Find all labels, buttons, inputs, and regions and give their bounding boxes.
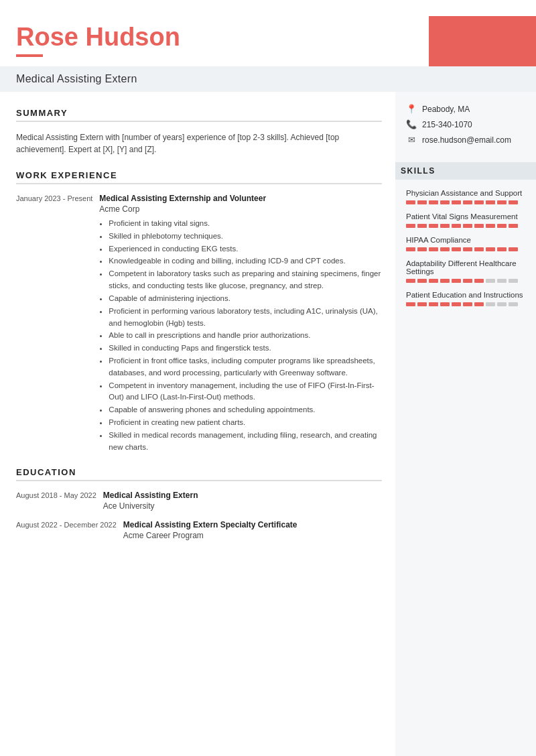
- work-bullet-item: Able to call in prescriptions and handle…: [109, 330, 382, 342]
- edu-school-0: Ace University: [103, 501, 382, 511]
- skill-bar-empty: [486, 279, 495, 283]
- work-bullet-item: Skilled in phlebotomy techniques.: [109, 231, 382, 243]
- edu-entry-0: August 2018 - May 2022 Medical Assisting…: [16, 491, 382, 511]
- skill-bar-filled: [406, 247, 415, 251]
- skill-bar-filled: [463, 302, 472, 306]
- skill-bar: [406, 302, 525, 306]
- skill-bar-filled: [429, 279, 438, 283]
- edu-school-1: Acme Career Program: [123, 531, 382, 540]
- edu-degree-0: Medical Assisting Extern: [103, 491, 382, 500]
- skill-name: Physician Assistance and Support: [406, 189, 525, 197]
- subtitle-bar: Medical Assisting Extern: [0, 66, 536, 92]
- skill-bar-filled: [429, 224, 438, 228]
- skill-bar-filled: [509, 247, 518, 251]
- skill-bar-filled: [486, 200, 495, 204]
- skill-bar: [406, 224, 525, 228]
- skill-bar: [406, 200, 525, 204]
- work-experience-section: WORK EXPERIENCE January 2023 - Present M…: [16, 170, 382, 454]
- main-content: SUMMARY Medical Assisting Extern with [n…: [0, 92, 536, 756]
- skill-bar-filled: [417, 224, 427, 228]
- skill-bar-empty: [486, 302, 495, 306]
- skill-bar-empty: [509, 279, 518, 283]
- skill-bar-filled: [452, 200, 461, 204]
- summary-heading: SUMMARY: [16, 108, 382, 122]
- location-icon: 📍: [406, 104, 417, 114]
- work-bullet-item: Proficient in performing various laborat…: [109, 306, 382, 330]
- name-accent-bar: [16, 54, 43, 57]
- skill-bar-filled: [474, 279, 484, 283]
- header-right: [395, 16, 536, 66]
- skill-name: HIPAA Compliance: [406, 236, 525, 244]
- contact-section: 📍 Peabody, MA 📞 215-340-1070 ✉ rose.huds…: [406, 104, 525, 150]
- skill-bar-filled: [417, 200, 427, 204]
- work-title: Medical Assisting Externship and Volunte…: [99, 194, 382, 203]
- email-text: rose.hudson@email.com: [422, 135, 511, 145]
- skill-bar-filled: [440, 302, 450, 306]
- skills-list: Physician Assistance and SupportPatient …: [406, 189, 525, 306]
- skill-bar-filled: [440, 200, 450, 204]
- skill-bar-filled: [440, 224, 450, 228]
- contact-phone: 📞 215-340-1070: [406, 119, 525, 129]
- work-bullet-item: Skilled in medical records management, i…: [109, 430, 382, 454]
- skill-bar-filled: [406, 279, 415, 283]
- edu-date-1: August 2022 - December 2022: [16, 520, 117, 540]
- work-bullet-item: Experienced in conducting EKG tests.: [109, 243, 382, 255]
- skill-bar-filled: [452, 302, 461, 306]
- skill-item: HIPAA Compliance: [406, 236, 525, 251]
- skill-bar-filled: [486, 224, 495, 228]
- skill-name: Adaptability Different Healthcare Settin…: [406, 259, 525, 275]
- work-bullet-item: Capable of administering injections.: [109, 293, 382, 305]
- skill-name: Patient Education and Instructions: [406, 291, 525, 299]
- skill-bar-filled: [474, 247, 484, 251]
- work-company: Acme Corp: [99, 204, 382, 214]
- work-experience-heading: WORK EXPERIENCE: [16, 170, 382, 184]
- education-section: EDUCATION August 2018 - May 2022 Medical…: [16, 467, 382, 540]
- candidate-name: Rose Hudson: [16, 23, 379, 52]
- skill-bar-filled: [486, 247, 495, 251]
- left-column: SUMMARY Medical Assisting Extern with [n…: [0, 92, 395, 756]
- skill-bar-empty: [509, 302, 518, 306]
- edu-degree-1: Medical Assisting Extern Specialty Certi…: [123, 520, 382, 529]
- skill-bar-filled: [429, 302, 438, 306]
- skill-bar-filled: [474, 200, 484, 204]
- location-text: Peabody, MA: [422, 105, 470, 114]
- skill-bar: [406, 279, 525, 283]
- email-icon: ✉: [406, 135, 417, 145]
- skill-bar-filled: [417, 247, 427, 251]
- skill-bar-filled: [509, 200, 518, 204]
- skill-bar-filled: [406, 302, 415, 306]
- skills-heading: SKILLS: [395, 162, 536, 180]
- skill-bar-filled: [497, 247, 507, 251]
- skill-bar-filled: [463, 247, 472, 251]
- skill-bar-filled: [417, 302, 427, 306]
- work-bullet-item: Competent in laboratory tasks such as pr…: [109, 268, 382, 292]
- skill-bar-filled: [452, 224, 461, 228]
- edu-details-1: Medical Assisting Extern Specialty Certi…: [123, 520, 382, 540]
- skill-item: Patient Vital Signs Measurement: [406, 212, 525, 228]
- work-entry: January 2023 - Present Medical Assisting…: [16, 194, 382, 454]
- work-details: Medical Assisting Externship and Volunte…: [99, 194, 382, 454]
- skill-bar: [406, 247, 525, 251]
- work-bullet-item: Proficient in creating new patient chart…: [109, 417, 382, 429]
- skill-bar-filled: [497, 224, 507, 228]
- work-bullet-item: Competent in inventory management, inclu…: [109, 380, 382, 404]
- work-bullets-list: Proficient in taking vital signs.Skilled…: [99, 218, 382, 453]
- skill-bar-filled: [452, 279, 461, 283]
- work-bullet-item: Capable of answering phones and scheduli…: [109, 404, 382, 416]
- decorative-block: [429, 16, 536, 66]
- skill-bar-filled: [463, 200, 472, 204]
- phone-text: 215-340-1070: [422, 120, 472, 129]
- skill-name: Patient Vital Signs Measurement: [406, 212, 525, 220]
- skill-item: Physician Assistance and Support: [406, 189, 525, 204]
- skill-bar-filled: [474, 302, 484, 306]
- skill-bar-filled: [509, 224, 518, 228]
- education-heading: EDUCATION: [16, 467, 382, 481]
- edu-details-0: Medical Assisting Extern Ace University: [103, 491, 382, 511]
- work-bullet-item: Proficient in taking vital signs.: [109, 218, 382, 230]
- edu-date-0: August 2018 - May 2022: [16, 491, 96, 511]
- job-title: Medical Assisting Extern: [16, 73, 137, 84]
- contact-location: 📍 Peabody, MA: [406, 104, 525, 114]
- skill-bar-filled: [406, 224, 415, 228]
- skill-item: Adaptability Different Healthcare Settin…: [406, 259, 525, 283]
- skill-bar-empty: [497, 302, 507, 306]
